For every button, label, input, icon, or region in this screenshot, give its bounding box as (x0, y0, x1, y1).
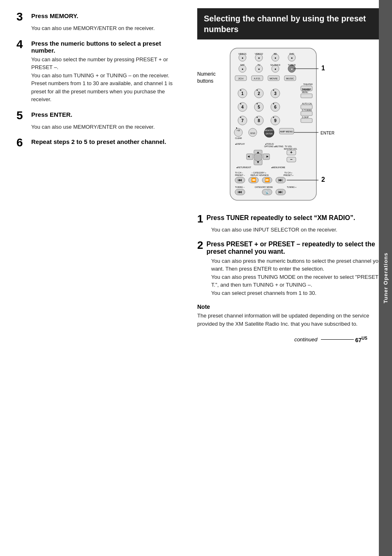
svg-text:●: ● (274, 67, 276, 70)
right-step-2-title-text: Press PRESET + or PRESET – repeatedly to… (206, 241, 384, 255)
section-header-text: Selecting the channel by using the prese… (204, 14, 366, 34)
step-5-block: 5 Press ENTER. You can also use MEMORY/E… (16, 111, 177, 131)
note-title: Note (197, 303, 384, 310)
svg-text:1: 1 (321, 65, 325, 72)
step-6-title: 6 Repeat steps 2 to 5 to preset another … (16, 138, 177, 148)
continued-text: continued (294, 336, 317, 343)
svg-text:●: ● (256, 116, 258, 118)
remote-svg-col: VIDEO1 ● VIDEO2 ● BD ● (226, 46, 384, 208)
svg-text:⏭: ⏭ (279, 190, 283, 194)
svg-text:⏭: ⏭ (279, 178, 283, 182)
svg-rect-49 (301, 94, 312, 98)
right-step-2-body: You can also press the numeric buttons t… (197, 257, 384, 297)
svg-text:8: 8 (258, 118, 260, 123)
svg-text:>10: >10 (237, 129, 240, 132)
svg-text:CLEAR: CLEAR (235, 137, 242, 139)
right-step-1-title-text: Press TUNER repeatedly to select “XM RAD… (206, 214, 355, 222)
continued-line-bar (321, 339, 354, 340)
svg-text:OPTIONS ●MUTING: OPTIONS ●MUTING (264, 145, 284, 148)
svg-text:⏮: ⏮ (238, 178, 242, 182)
svg-text:●DISPLAY: ●DISPLAY (235, 143, 245, 145)
step-3-block: 3 Press MEMORY. You can also use MEMORY/… (16, 12, 177, 32)
step-5-number: 5 (16, 111, 28, 121)
step-6-block: 6 Repeat steps 2 to 5 to preset another … (16, 138, 177, 150)
step-4-block: 4 Press the numeric buttons to select a … (16, 40, 177, 104)
right-step-1-body: You can also use INPUT SELECTOR on the r… (197, 226, 384, 234)
svg-text:●: ● (240, 102, 242, 105)
svg-rect-73 (301, 118, 312, 123)
svg-text:1: 1 (241, 91, 244, 96)
svg-text:◄: ◄ (247, 155, 250, 158)
step-4-title-text: Press the numeric buttons to select a pr… (31, 40, 177, 54)
right-step-1-number: 1 (197, 213, 203, 224)
step-6-title-text: Repeat steps 2 to 5 to preset another ch… (31, 138, 166, 145)
svg-text:⏪: ⏪ (251, 177, 256, 183)
svg-text:PRESET –: PRESET – (235, 174, 245, 176)
svg-text:MEMORY: MEMORY (265, 129, 274, 132)
svg-text:▼: ▼ (256, 160, 260, 164)
remote-label-col: Numeric buttons (197, 46, 226, 208)
svg-text:●RETURN/EXIT: ●RETURN/EXIT (236, 166, 251, 169)
svg-text:DVD: DVD (289, 53, 294, 55)
step-5-title-text: Press ENTER. (31, 111, 72, 118)
note-section: Note The preset channel information will… (197, 303, 384, 328)
svg-text:●: ● (242, 56, 243, 59)
step-5-title: 5 Press ENTER. (16, 111, 177, 121)
svg-text:●: ● (273, 116, 274, 118)
svg-text:ENTER: ENTER (266, 132, 273, 135)
svg-rect-60 (301, 105, 312, 109)
svg-text:📡: 📡 (265, 190, 269, 194)
right-column: Selecting the channel by using the prese… (189, 0, 392, 556)
svg-text:MOVIE: MOVIE (270, 77, 277, 80)
svg-text:VIDEO1: VIDEO1 (238, 53, 247, 55)
svg-text:●: ● (242, 67, 243, 70)
svg-text:AUTO CAL: AUTO CAL (302, 102, 312, 105)
svg-text:MENU: MENU (302, 91, 308, 93)
svg-text:–: – (290, 157, 293, 162)
step-4-number: 4 (16, 40, 28, 50)
numeric-buttons-label: Numeric buttons (197, 71, 226, 85)
svg-rect-62 (301, 111, 312, 116)
svg-text:⏮: ⏮ (238, 190, 242, 194)
svg-text:SA-CD/CD: SA-CD/CD (270, 64, 281, 66)
remote-area: Numeric buttons VIDEO1 ● (197, 46, 384, 208)
svg-text:0/10: 0/10 (250, 132, 255, 134)
right-step-2-block: 2 Press PRESET + or PRESET – repeatedly … (197, 241, 384, 297)
svg-text:TUNING –: TUNING – (235, 186, 245, 188)
svg-text:D.SKIP: D.SKIP (302, 116, 309, 118)
svg-text:+: + (290, 150, 293, 155)
right-step-2-title: 2 Press PRESET + or PRESET – repeatedly … (197, 241, 384, 255)
right-step-1-block: 1 Press TUNER repeatedly to select “XM R… (197, 214, 384, 234)
svg-text:3: 3 (274, 91, 277, 96)
svg-text:BD: BD (274, 53, 277, 55)
svg-text:7: 7 (241, 118, 244, 123)
svg-text:PRESET +: PRESET + (284, 174, 293, 176)
svg-text:●: ● (291, 67, 293, 70)
tuner-sidebar-text: Tuner Operations (383, 253, 389, 303)
svg-text:5: 5 (258, 105, 260, 109)
svg-text:REPLAY  ADVANCE: REPLAY ADVANCE (251, 174, 269, 176)
tuner-sidebar: Tuner Operations (379, 0, 392, 556)
svg-text:●: ● (256, 102, 258, 105)
svg-text:VIDEO2: VIDEO2 (255, 53, 263, 55)
continued-line: continued 67US (197, 336, 384, 343)
svg-text:►: ► (266, 155, 269, 158)
svg-text:SAT: SAT (240, 64, 245, 66)
svg-text:2: 2 (258, 91, 260, 96)
step-3-title: 3 Press MEMORY. (16, 12, 177, 23)
right-step-1-title: 1 Press TUNER repeatedly to select “XM R… (197, 214, 384, 224)
step-6-number: 6 (16, 138, 28, 148)
step-3-title-text: Press MEMORY. (31, 12, 78, 19)
svg-text:MUSIC: MUSIC (286, 77, 294, 80)
right-step-2-number: 2 (197, 240, 203, 250)
svg-text:A.F.D.: A.F.D. (254, 77, 261, 80)
svg-text:AMP MENU: AMP MENU (280, 130, 293, 133)
step-4-title: 4 Press the numeric buttons to select a … (16, 40, 177, 54)
svg-text:●: ● (236, 127, 238, 129)
svg-text:TUNING +: TUNING + (287, 186, 297, 188)
svg-text:CATEGORY MODE: CATEGORY MODE (255, 186, 273, 188)
svg-text:●MENU/HOME: ●MENU/HOME (271, 166, 286, 169)
svg-text:TUNER: TUNER (288, 64, 296, 66)
svg-text:2: 2 (321, 176, 325, 183)
left-column: 3 Press MEMORY. You can also use MEMORY/… (0, 0, 189, 556)
